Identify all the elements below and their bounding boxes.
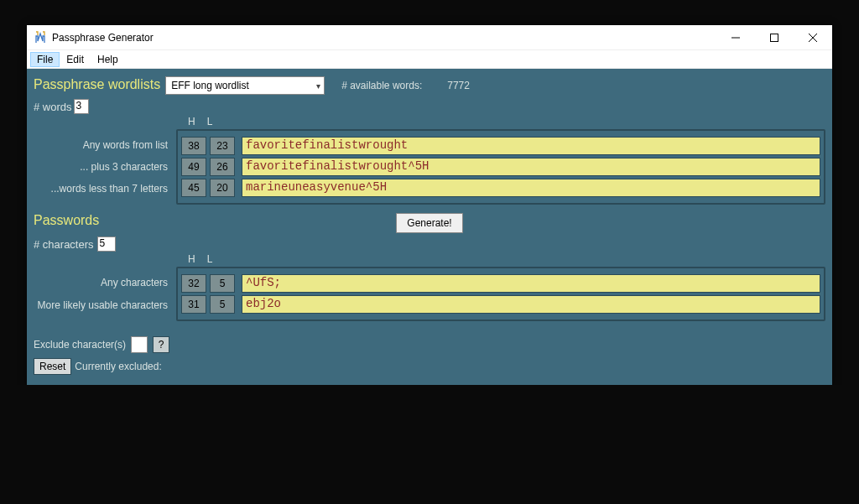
close-button[interactable] [794,25,832,50]
window-controls [716,25,832,50]
row-label: More likely usable characters [32,299,174,311]
wordlist-hl-header: H L [188,116,825,127]
app-icon [34,31,47,44]
password-output[interactable]: ^UfS; [242,274,820,293]
password-grid: Any characters More likely usable charac… [176,267,825,321]
wordlist-header-row: Passphrase wordlists EFF long wordlist ▾… [34,75,825,96]
wordlist-grid: Any words from list ... plus 3 character… [176,129,825,205]
available-words-value: 7772 [447,80,470,91]
app-window: Passphrase Generator File Edit Help Pass… [27,25,832,385]
entropy-h-cell: 31 [181,295,206,314]
generate-button[interactable]: Generate! [396,213,462,233]
num-words-input[interactable]: 3 [74,99,89,114]
col-l: L [207,253,213,265]
entropy-h-cell: 32 [181,274,206,293]
row-label: Any characters [32,277,174,288]
passphrase-row: 49 26 favoritefinalistwrought^5H [181,158,820,176]
minimize-button[interactable] [716,25,755,50]
entropy-l-cell: 26 [210,158,235,176]
password-hl-header: H L [188,253,825,265]
exclude-section: Exclude character(s) ? Reset Currently e… [34,336,825,375]
col-l: L [207,116,213,127]
exclude-input[interactable] [131,336,148,353]
reset-button[interactable]: Reset [34,358,71,375]
row-label: ...words less than 7 letters [32,183,174,195]
num-words-label: # words [34,101,72,113]
client-area: Passphrase wordlists EFF long wordlist ▾… [27,69,832,385]
menu-help[interactable]: Help [91,52,125,67]
num-chars-row: # characters 5 [34,236,825,252]
menu-file[interactable]: File [30,52,60,67]
entropy-l-cell: 23 [210,137,235,155]
passphrase-output[interactable]: favoritefinalistwrought [242,137,820,155]
exclude-label: Exclude character(s) [34,339,126,351]
row-label: Any words from list [32,139,174,151]
entropy-l-cell: 20 [210,179,235,197]
password-output[interactable]: ebj2o [242,295,820,314]
wordlist-dropdown[interactable]: EFF long wordlist ▾ [165,76,325,95]
row-label: ... plus 3 characters [32,161,174,173]
menu-edit[interactable]: Edit [60,52,91,67]
svg-rect-1 [771,34,778,41]
wordlist-selected: EFF long wordlist [171,80,249,91]
entropy-h-cell: 38 [181,137,206,155]
exclude-help-button[interactable]: ? [153,336,169,353]
col-h: H [188,116,195,127]
entropy-l-cell: 5 [210,274,235,293]
entropy-h-cell: 49 [181,158,206,176]
num-words-row: # words 3 [34,99,825,114]
passphrase-row: 38 23 favoritefinalistwrought [181,137,820,155]
password-row: 32 5 ^UfS; [181,274,820,293]
maximize-button[interactable] [755,25,794,50]
passphrase-output[interactable]: marineuneasyvenue^5H [242,179,820,197]
window-title: Passphrase Generator [52,32,716,44]
available-words-label: # available words: [341,80,422,91]
password-row: 31 5 ebj2o [181,295,820,314]
passphrase-output[interactable]: favoritefinalistwrought^5H [242,158,820,176]
col-h: H [188,253,195,265]
wordlists-header: Passphrase wordlists [34,77,160,92]
chevron-down-icon: ▾ [316,81,320,91]
entropy-h-cell: 45 [181,179,206,197]
titlebar: Passphrase Generator [27,25,832,50]
num-chars-input[interactable]: 5 [97,236,116,252]
entropy-l-cell: 5 [210,295,235,314]
menubar: File Edit Help [27,50,832,69]
passphrase-row: 45 20 marineuneasyvenue^5H [181,179,820,197]
num-chars-label: # characters [34,238,94,251]
currently-excluded-label: Currently excluded: [75,361,161,372]
